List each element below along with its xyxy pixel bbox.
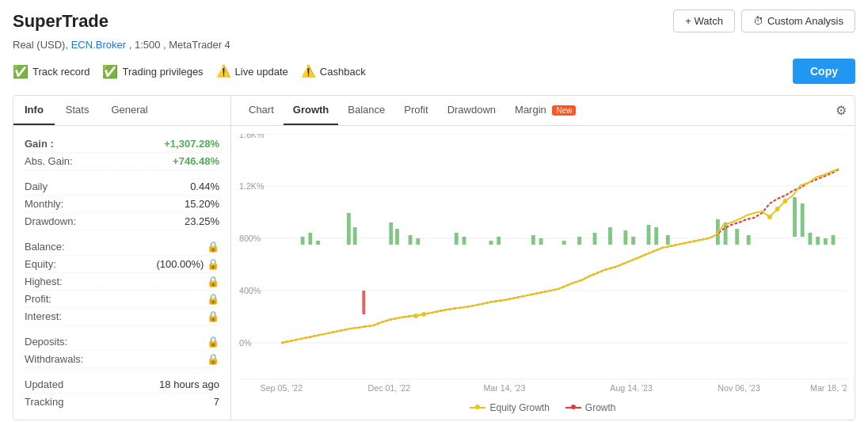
svg-point-50 <box>782 199 787 203</box>
stat-withdrawals: Withdrawals: 🔒 <box>25 351 219 368</box>
track-record-badge: ✅ Track record <box>13 64 89 79</box>
highest-label: Highest: <box>25 276 63 287</box>
chart-legend: Equity Growth Growth <box>239 397 847 420</box>
custom-analysis-button[interactable]: ⏱ Custom Analysis <box>741 10 855 32</box>
chart-tab-growth[interactable]: Growth <box>284 96 339 125</box>
trading-privileges-label: Trading privileges <box>122 66 203 78</box>
stat-interest: Interest: 🔒 <box>25 308 219 325</box>
svg-rect-26 <box>539 238 543 245</box>
svg-point-49 <box>775 207 780 211</box>
growth-line-icon <box>565 407 581 409</box>
svg-rect-37 <box>724 222 728 245</box>
stat-drawdown: Drawdown: 23.25% <box>25 213 219 230</box>
watch-button[interactable]: + Watch <box>673 10 735 32</box>
right-panel: Chart Growth Balance Profit Drawdown Mar… <box>231 96 855 420</box>
chart-tab-balance[interactable]: Balance <box>338 96 394 125</box>
drawdown-value: 23.25% <box>185 215 219 227</box>
stat-gain: Gain : +1,307.28% <box>25 135 219 153</box>
header-buttons: + Watch ⏱ Custom Analysis <box>673 10 855 32</box>
growth-chart: 1.6K% 1.2K% 800% 400% 0% <box>239 134 847 395</box>
svg-rect-22 <box>463 237 466 245</box>
equity-label: Equity: <box>25 258 56 270</box>
svg-rect-20 <box>416 238 420 245</box>
cashback-badge: ⚠️ Cashback <box>301 64 366 78</box>
svg-rect-27 <box>562 241 566 245</box>
svg-rect-34 <box>654 227 658 245</box>
svg-rect-40 <box>793 197 797 237</box>
left-content: Gain : +1,307.28% Abs. Gain: +746.48% Da… <box>13 126 230 420</box>
svg-text:1.6K%: 1.6K% <box>239 134 265 139</box>
stat-monthly: Monthly: 15.20% <box>25 196 219 213</box>
legend-growth: Growth <box>565 402 616 413</box>
svg-rect-33 <box>647 225 651 245</box>
svg-point-48 <box>767 215 772 219</box>
tab-general[interactable]: General <box>100 96 158 125</box>
svg-rect-16 <box>362 291 365 314</box>
live-update-badge: ⚠️ Live update <box>216 64 288 78</box>
svg-rect-15 <box>353 227 357 245</box>
svg-rect-14 <box>347 213 351 245</box>
highest-lock: 🔒 <box>207 276 219 287</box>
svg-text:Mar 14, '23: Mar 14, '23 <box>483 383 525 393</box>
svg-text:Mar 18, '24: Mar 18, '24 <box>810 383 847 393</box>
svg-rect-30 <box>608 227 612 245</box>
stat-updated: Updated 18 hours ago <box>25 376 219 393</box>
left-panel: Info Stats General Gain : +1,307.28% Abs… <box>13 96 231 420</box>
svg-rect-17 <box>389 222 393 245</box>
deposits-lock: 🔒 <box>207 336 219 348</box>
svg-rect-32 <box>631 237 635 245</box>
checkmark-icon: ✅ <box>13 64 29 79</box>
tracking-label: Tracking <box>25 396 63 408</box>
monthly-label: Monthly: <box>25 198 63 210</box>
track-record-label: Track record <box>32 66 89 78</box>
warning-icon-2: ⚠️ <box>301 64 316 78</box>
chart-tab-drawdown[interactable]: Drawdown <box>438 96 505 125</box>
svg-text:0%: 0% <box>239 338 252 348</box>
live-update-label: Live update <box>235 66 288 78</box>
svg-rect-45 <box>832 235 836 245</box>
gain-value: +1,307.28% <box>164 138 219 150</box>
svg-text:400%: 400% <box>239 286 261 295</box>
badges-row: ✅ Track record ✅ Trading privileges ⚠️ L… <box>13 59 855 84</box>
svg-text:Sep 05, '22: Sep 05, '22 <box>261 383 303 393</box>
clock-icon: ⏱ <box>753 15 763 27</box>
svg-text:800%: 800% <box>239 234 261 243</box>
broker-link[interactable]: ECN.Broker <box>71 39 126 51</box>
svg-rect-39 <box>747 235 751 245</box>
drawdown-label: Drawdown: <box>25 215 76 227</box>
svg-rect-19 <box>409 235 413 245</box>
settings-icon[interactable]: ⚙ <box>836 103 847 118</box>
svg-rect-41 <box>801 203 805 237</box>
equity-growth-line-icon <box>470 407 485 409</box>
stat-highest: Highest: 🔒 <box>25 273 219 291</box>
chart-tab-margin[interactable]: Margin New <box>505 96 585 125</box>
tab-stats[interactable]: Stats <box>55 96 101 125</box>
account-subtitle: Real (USD), ECN.Broker , 1:500 , MetaTra… <box>13 39 855 51</box>
updated-value: 18 hours ago <box>159 378 219 390</box>
warning-icon: ⚠️ <box>216 64 231 78</box>
svg-rect-13 <box>316 241 320 245</box>
custom-analysis-label: Custom Analysis <box>767 15 843 27</box>
svg-rect-23 <box>489 241 493 245</box>
interest-label: Interest: <box>25 310 62 322</box>
stat-tracking: Tracking 7 <box>25 393 219 410</box>
copy-button[interactable]: Copy <box>793 59 855 84</box>
svg-rect-28 <box>577 237 581 245</box>
stat-profit: Profit: 🔒 <box>25 291 219 308</box>
legend-equity-growth: Equity Growth <box>470 402 549 413</box>
svg-rect-12 <box>308 233 312 245</box>
chart-tab-profit[interactable]: Profit <box>394 96 437 125</box>
chart-tab-chart[interactable]: Chart <box>239 96 284 125</box>
svg-text:Dec 01, '22: Dec 01, '22 <box>368 383 411 393</box>
svg-rect-18 <box>395 229 399 245</box>
monthly-value: 15.20% <box>185 198 219 210</box>
tab-info[interactable]: Info <box>13 96 55 125</box>
equity-value: (100.00%) 🔒 <box>156 258 219 270</box>
balance-lock: 🔒 <box>207 241 219 253</box>
daily-label: Daily <box>25 181 48 192</box>
profit-lock: 🔒 <box>207 293 219 305</box>
stat-equity: Equity: (100.00%) 🔒 <box>25 256 219 273</box>
svg-rect-43 <box>816 237 820 245</box>
withdrawals-lock: 🔒 <box>207 353 219 365</box>
profit-label: Profit: <box>25 293 51 305</box>
